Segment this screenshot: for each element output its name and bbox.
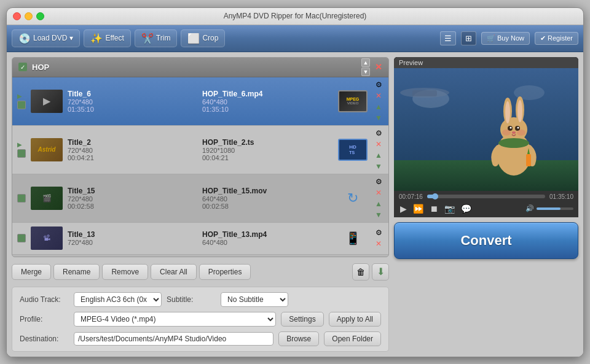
- browse-button[interactable]: Browse: [278, 331, 319, 346]
- svg-point-16: [512, 131, 516, 134]
- settings-icon[interactable]: ⚙: [374, 228, 384, 238]
- close-button[interactable]: [13, 12, 21, 20]
- format-badge: ↻: [337, 187, 369, 210]
- item-checkbox[interactable]: [17, 101, 26, 109]
- progress-bar[interactable]: [427, 195, 545, 198]
- file-list-container: ✓ HOP ▲ ▼ ✕ ▶: [12, 57, 389, 257]
- merge-button[interactable]: Merge: [12, 264, 51, 280]
- svg-point-18: [517, 130, 525, 136]
- svg-rect-3: [394, 160, 578, 191]
- item-title: Title_6: [68, 90, 197, 98]
- item-output: HOP_Title_15.mov 640*480 00:02:58: [202, 187, 332, 210]
- item-checkbox[interactable]: [17, 234, 26, 242]
- right-panel: Preview: [394, 57, 578, 352]
- move-up-icon[interactable]: ▲: [374, 150, 384, 160]
- buy-now-label: Buy Now: [497, 34, 524, 42]
- trim-button[interactable]: ✂️ Trim: [135, 29, 178, 47]
- properties-button[interactable]: Properties: [199, 264, 251, 280]
- subtitle-label: Subtitle:: [167, 295, 216, 304]
- group-checkbox[interactable]: ✓: [18, 63, 27, 71]
- crop-label: Crop: [202, 34, 218, 42]
- maximize-button[interactable]: [36, 12, 44, 20]
- hd-badge: HDTS: [338, 139, 368, 161]
- cart-icon: 🛒: [487, 34, 495, 42]
- trash-button[interactable]: 🗑: [352, 263, 369, 281]
- register-button[interactable]: ✔ Register: [535, 32, 578, 45]
- group-close-button[interactable]: ✕: [375, 62, 382, 72]
- item-thumbnail: 📽: [31, 227, 63, 250]
- minimize-button[interactable]: [25, 12, 33, 20]
- remove-icon[interactable]: ✕: [374, 188, 384, 198]
- remove-icon[interactable]: ✕: [374, 139, 384, 149]
- table-row[interactable]: ▶ Astrid Title_2 720*480 00:04:21 HOP: [12, 126, 388, 174]
- subtitle-select[interactable]: No Subtitle: [221, 292, 288, 307]
- clear-all-button[interactable]: Clear All: [151, 264, 197, 280]
- crop-button[interactable]: ⬜ Crop: [181, 29, 225, 47]
- svg-rect-5: [412, 90, 437, 96]
- main-content: ✓ HOP ▲ ▼ ✕ ▶: [7, 52, 583, 357]
- scroll-up-button[interactable]: ▲: [361, 58, 370, 67]
- download-button[interactable]: ⬇: [372, 263, 389, 281]
- destination-row: Destination: Browse Open Folder: [20, 331, 381, 346]
- destination-input[interactable]: [74, 332, 273, 346]
- remove-icon[interactable]: ✕: [374, 91, 384, 101]
- item-checkbox[interactable]: [17, 149, 26, 158]
- audio-track-select[interactable]: English AC3 6ch (0x: [74, 292, 162, 307]
- apply-to-all-button[interactable]: Apply to All: [329, 312, 381, 327]
- settings-button[interactable]: Settings: [281, 312, 323, 327]
- play-icon[interactable]: ▶: [17, 93, 26, 99]
- volume-slider[interactable]: [537, 207, 573, 210]
- output-resolution: 640*480: [202, 98, 332, 106]
- item-resolution: 720*480: [68, 147, 197, 154]
- output-duration: 00:02:58: [202, 203, 332, 210]
- titlebar: AnyMP4 DVD Ripper for Mac(Unregistered): [7, 8, 583, 25]
- item-actions: ⚙ ✕ ▲ ▼: [374, 128, 384, 171]
- play-icon[interactable]: ▶: [17, 141, 26, 148]
- table-row[interactable]: 📽 Title_13 720*480 HOP_Title_13.mp4 640*…: [12, 223, 388, 255]
- dropdown-arrow: ▾: [69, 34, 73, 42]
- profile-select[interactable]: MPEG-4 Video (*.mp4): [74, 312, 276, 327]
- file-list: ▶ ▶ Title_6 720*480 01:35:10 HOP_Titl: [12, 77, 388, 257]
- item-title: Title_15: [68, 187, 197, 195]
- svg-point-14: [510, 126, 512, 128]
- play-button[interactable]: ▶: [399, 203, 408, 215]
- table-row[interactable]: 🎬 Title_15 720*480 00:02:58 HOP_Title_15…: [12, 174, 388, 223]
- item-resolution: 720*480: [68, 239, 197, 246]
- stop-button[interactable]: ⏹: [428, 203, 439, 215]
- move-up-icon[interactable]: ▲: [374, 102, 384, 112]
- audio-track-row: Audio Track: English AC3 6ch (0x Subtitl…: [20, 292, 381, 307]
- load-dvd-button[interactable]: 💿 Load DVD ▾: [12, 29, 80, 47]
- settings-icon[interactable]: ⚙: [374, 177, 384, 187]
- move-down-icon[interactable]: ▼: [374, 210, 384, 220]
- progress-knob[interactable]: [432, 193, 438, 199]
- toolbar: 💿 Load DVD ▾ ✨ Effect ✂️ Trim ⬜ Crop ☰ ⊞…: [7, 25, 583, 52]
- move-down-icon[interactable]: ▼: [374, 161, 384, 171]
- buy-now-button[interactable]: 🛒 Buy Now: [481, 32, 530, 45]
- effect-button[interactable]: ✨ Effect: [84, 29, 130, 47]
- open-folder-button[interactable]: Open Folder: [324, 331, 381, 346]
- rename-button[interactable]: Rename: [53, 264, 100, 280]
- table-row[interactable]: ▶ ▶ Title_6 720*480 01:35:10 HOP_Titl: [12, 77, 388, 126]
- convert-button[interactable]: Convert: [394, 222, 578, 259]
- subtitle-button[interactable]: 💬: [460, 203, 473, 215]
- window-title: AnyMP4 DVD Ripper for Mac(Unregistered): [224, 12, 367, 20]
- svg-rect-20: [526, 154, 531, 166]
- scroll-down-button[interactable]: ▼: [361, 68, 370, 76]
- settings-icon[interactable]: ⚙: [374, 80, 384, 90]
- settings-icon[interactable]: ⚙: [374, 128, 384, 138]
- fast-forward-button[interactable]: ⏩: [412, 203, 425, 215]
- move-up-icon[interactable]: ▲: [374, 199, 384, 209]
- remove-icon[interactable]: ✕: [374, 239, 384, 249]
- move-down-icon[interactable]: ▼: [374, 113, 384, 123]
- screenshot-button[interactable]: 📷: [443, 203, 456, 215]
- item-checkbox[interactable]: [17, 194, 26, 203]
- toolbar-right: ☰ ⊞ 🛒 Buy Now ✔ Register: [440, 31, 578, 45]
- traffic-lights: [13, 12, 44, 20]
- progress-row: 00:07:16 01:35:10: [399, 193, 573, 200]
- grid-view-button[interactable]: ⊞: [461, 31, 476, 45]
- remove-button[interactable]: Remove: [102, 264, 148, 280]
- svg-point-10: [505, 101, 510, 123]
- list-view-button[interactable]: ☰: [440, 31, 456, 45]
- preview-video: [394, 68, 578, 191]
- refresh-badge: ↻: [342, 187, 364, 209]
